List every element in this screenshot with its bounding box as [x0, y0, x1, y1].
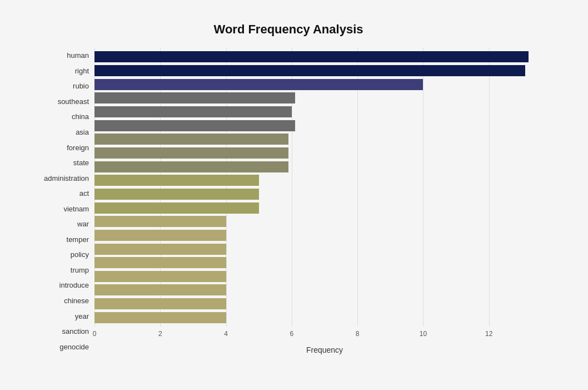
bar-row: [94, 77, 555, 91]
bar-row: [94, 256, 555, 270]
bar: [94, 120, 295, 131]
chart-container: Word Frequency Analysis humanrightrubios…: [11, 11, 577, 390]
x-tick: 0: [93, 330, 97, 338]
y-label: war: [77, 220, 89, 228]
y-label: administration: [44, 175, 89, 182]
chart-area: humanrightrubiosoutheastchinaasiaforeign…: [22, 48, 555, 354]
bar-row: [94, 310, 555, 324]
y-label: southeast: [58, 98, 89, 105]
y-labels: humanrightrubiosoutheastchinaasiaforeign…: [22, 48, 94, 354]
bar: [94, 298, 226, 309]
chart-title: Word Frequency Analysis: [22, 22, 555, 37]
bar: [94, 51, 529, 62]
x-axis: 024681012: [94, 330, 555, 343]
y-label: chinese: [64, 297, 89, 304]
bar: [94, 161, 288, 172]
bar-row: [94, 242, 555, 256]
bar-row: [94, 283, 555, 297]
bar: [94, 175, 259, 186]
y-label: year: [75, 313, 89, 320]
y-label: human: [67, 52, 89, 59]
y-label: introduce: [59, 282, 89, 289]
bar-row: [94, 50, 555, 64]
x-tick: 2: [158, 330, 162, 338]
bar-row: [94, 105, 555, 119]
bar: [94, 106, 292, 117]
y-label: act: [79, 190, 89, 197]
bar-row: [94, 215, 555, 229]
y-label: state: [73, 159, 89, 166]
bar: [94, 257, 226, 268]
bar: [94, 244, 226, 255]
bars-container: [94, 48, 555, 327]
x-tick: 12: [485, 330, 492, 338]
bar: [94, 147, 288, 159]
y-label: asia: [76, 129, 89, 136]
bar: [94, 271, 226, 282]
bar: [94, 312, 226, 323]
x-tick: 8: [356, 330, 360, 338]
y-label: policy: [71, 251, 89, 258]
bar: [94, 203, 259, 214]
x-tick: 6: [290, 330, 294, 338]
y-label: china: [72, 113, 89, 120]
x-tick: 10: [420, 330, 427, 338]
y-label: vietnam: [63, 205, 89, 213]
bar-row: [94, 132, 555, 146]
bar-row: [94, 160, 555, 174]
y-label: temper: [67, 236, 89, 243]
bar-row: [94, 146, 555, 160]
y-label: sanction: [62, 328, 89, 335]
bar: [94, 216, 226, 227]
bar-row: [94, 91, 555, 105]
bar-row: [94, 201, 555, 215]
x-tick: 4: [224, 330, 228, 338]
y-label: rubio: [73, 82, 89, 90]
bar-row: [94, 119, 555, 132]
bar: [94, 284, 226, 295]
bars-and-grid: 024681012 Frequency: [94, 48, 555, 354]
bar-row: [94, 270, 555, 284]
bar: [94, 134, 288, 145]
bar: [94, 92, 295, 103]
bar: [94, 189, 259, 200]
grid-and-bars: [94, 48, 555, 327]
x-axis-label: Frequency: [94, 345, 555, 354]
bar-row: [94, 64, 555, 78]
bar-row: [94, 297, 555, 311]
bar-row: [94, 229, 555, 243]
y-label: foreign: [67, 144, 89, 151]
bar-row: [94, 174, 555, 187]
bar: [94, 230, 226, 241]
y-label: right: [75, 67, 89, 75]
bar-row: [94, 187, 555, 201]
y-label: genocide: [59, 343, 89, 350]
y-label: trump: [71, 266, 89, 274]
bar: [94, 65, 525, 76]
bar: [94, 79, 423, 90]
